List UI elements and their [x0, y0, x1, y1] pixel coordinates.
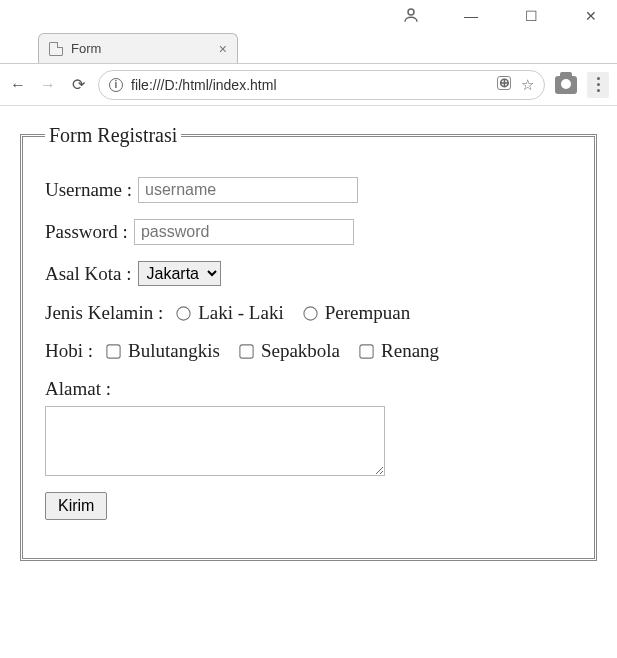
football-label: Sepakbola: [261, 340, 340, 362]
row-address: Alamat :: [45, 378, 572, 476]
row-city: Asal Kota : Jakarta: [45, 261, 572, 286]
checkbox-swimming[interactable]: [359, 344, 373, 358]
minimize-button[interactable]: —: [453, 8, 489, 24]
checkbox-badminton[interactable]: [106, 344, 120, 358]
maximize-button[interactable]: ☐: [513, 8, 549, 24]
back-button[interactable]: ←: [8, 76, 28, 94]
zoom-icon[interactable]: ⊕: [497, 76, 511, 90]
address-bar-row: ← → ⟳ i file:///D:/html/index.html ⊕ ☆: [0, 64, 617, 106]
form-legend: Form Registrasi: [45, 124, 181, 147]
info-icon[interactable]: i: [109, 78, 123, 92]
username-label: Username :: [45, 179, 132, 201]
gender-label: Jenis Kelamin :: [45, 302, 163, 324]
radio-female[interactable]: [303, 306, 317, 320]
hobby-label: Hobi :: [45, 340, 93, 362]
address-bar[interactable]: i file:///D:/html/index.html ⊕ ☆: [98, 70, 545, 100]
window-controls: — ☐ ✕: [0, 0, 617, 32]
menu-button[interactable]: [587, 72, 609, 98]
page-content: Form Registrasi Username : Password : As…: [0, 106, 617, 579]
password-input[interactable]: [134, 219, 354, 245]
url-text: file:///D:/html/index.html: [131, 77, 489, 93]
registration-form: Form Registrasi Username : Password : As…: [20, 124, 597, 561]
row-gender: Jenis Kelamin : Laki - Laki Perempuan: [45, 302, 572, 324]
swimming-label: Renang: [381, 340, 439, 362]
row-password: Password :: [45, 219, 572, 245]
city-label: Asal Kota :: [45, 263, 132, 285]
reload-button[interactable]: ⟳: [68, 75, 88, 94]
row-hobby: Hobi : Bulutangkis Sepakbola Renang: [45, 340, 572, 362]
male-label: Laki - Laki: [198, 302, 283, 324]
address-textarea[interactable]: [45, 406, 385, 476]
user-icon[interactable]: [393, 6, 429, 27]
svg-point-0: [408, 9, 414, 15]
tab-close-button[interactable]: ×: [219, 41, 227, 57]
username-input[interactable]: [138, 177, 358, 203]
badminton-label: Bulutangkis: [128, 340, 220, 362]
row-username: Username :: [45, 177, 572, 203]
password-label: Password :: [45, 221, 128, 243]
browser-tab[interactable]: Form ×: [38, 33, 238, 63]
female-label: Perempuan: [325, 302, 410, 324]
radio-male[interactable]: [177, 306, 191, 320]
close-window-button[interactable]: ✕: [573, 8, 609, 24]
tab-bar: Form ×: [0, 32, 617, 64]
submit-button[interactable]: Kirim: [45, 492, 107, 520]
city-select[interactable]: Jakarta: [138, 261, 221, 286]
file-icon: [49, 42, 63, 56]
camera-icon[interactable]: [555, 76, 577, 94]
tab-title: Form: [71, 41, 101, 56]
checkbox-football[interactable]: [239, 344, 253, 358]
address-label: Alamat :: [45, 378, 111, 399]
star-icon[interactable]: ☆: [521, 76, 534, 94]
forward-button[interactable]: →: [38, 76, 58, 94]
row-submit: Kirim: [45, 492, 572, 520]
